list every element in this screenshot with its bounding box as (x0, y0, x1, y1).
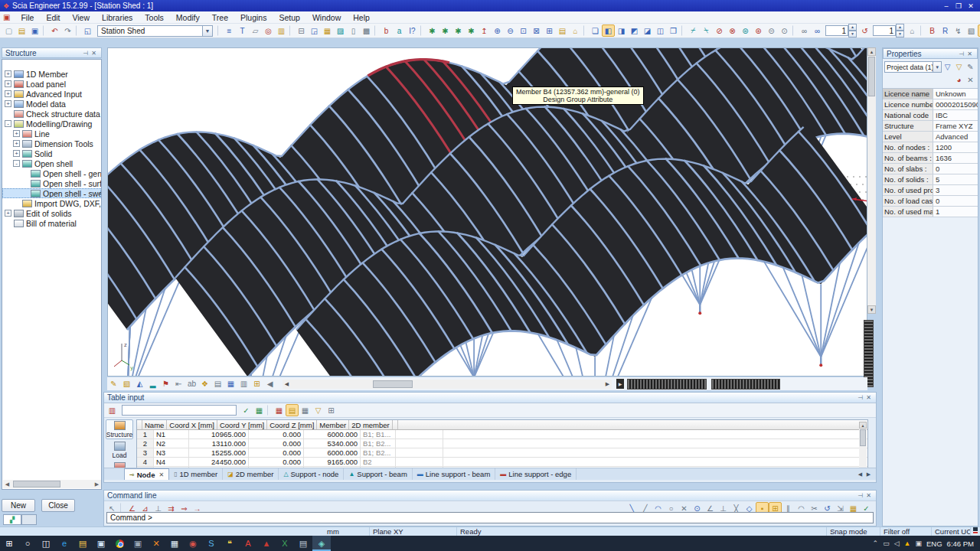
toolbar-icon[interactable]: ⌂ (569, 24, 582, 37)
property-row[interactable]: Structure Frame XYZ (883, 121, 978, 132)
toolbar-icon[interactable] (76, 25, 80, 36)
taskbar-app-icon[interactable]: ▣ (129, 536, 147, 551)
toolbar-icon[interactable]: ⍀ (700, 24, 713, 37)
scroll-right-icon[interactable]: ▶ (603, 381, 612, 387)
toolbar-icon[interactable]: ◫ (654, 24, 667, 37)
toolbar-icon[interactable]: ▤ (556, 24, 569, 37)
scroll-up-icon[interactable]: ▲ (867, 47, 876, 56)
spinner-up-icon[interactable]: ▲ (896, 24, 904, 31)
taskbar-app-icon[interactable]: ▣ (92, 536, 110, 551)
model-viewport[interactable]: zy Member B4 (12357.362 mm)-general (0) … (107, 47, 867, 377)
toolbar-icon[interactable]: ↶ (48, 24, 61, 37)
properties-header-icon[interactable]: ▽ (953, 60, 965, 73)
toolbar-icon[interactable]: ⊕ (491, 24, 504, 37)
property-row[interactable]: No. of slabs : 0 (883, 164, 978, 174)
language-indicator[interactable]: ENG (926, 540, 942, 548)
toolbar-icon[interactable]: ▢ (2, 24, 15, 37)
toolbar-icon[interactable]: R (939, 24, 952, 37)
tree-toggle-icon[interactable]: + (5, 70, 11, 77)
tree-item[interactable]: Open shell - surface (2, 178, 101, 188)
toolbar-icon[interactable]: ∞ (811, 24, 824, 37)
taskbar-app-icon[interactable]: ◈ (312, 536, 331, 551)
tree-item[interactable]: Open shell - swept (2, 188, 101, 198)
mdi-tab[interactable] (21, 514, 37, 525)
properties-action-icon[interactable]: ◕ (953, 73, 965, 86)
tree-item[interactable]: Import DWG, DXF, VRM (2, 198, 101, 208)
viewport-toolbar-icon[interactable]: ▦ (224, 378, 237, 390)
property-row[interactable]: No. of solids : 5 (883, 174, 978, 185)
tray-icon[interactable]: ▣ (916, 540, 923, 547)
toolbar-icon[interactable]: I? (406, 24, 419, 37)
tree-item[interactable]: Bill of material (2, 218, 101, 228)
spinner-up-icon[interactable]: ▲ (848, 24, 857, 31)
toolbar-icon[interactable]: ⊘ (713, 24, 726, 37)
table-tab[interactable]: △ Support - node (279, 468, 344, 480)
toolbar-icon[interactable]: ✱ (452, 24, 465, 37)
toolbar-icon[interactable]: ◨ (615, 24, 628, 37)
taskbar-app-icon[interactable]: ❝ (220, 536, 239, 551)
table-vertical-scrollbar[interactable]: ▲ (859, 422, 867, 471)
scale-spinner-1[interactable]: 1 ▲▼ (825, 24, 857, 37)
viewport-toolbar-icon[interactable]: ◭ (133, 378, 146, 390)
toolbar-icon[interactable]: ✱ (426, 24, 439, 37)
status-segment[interactable]: Ready (457, 527, 827, 536)
close-icon[interactable]: ✕ (90, 50, 98, 57)
toolbar-icon[interactable]: ⊛ (752, 24, 765, 37)
status-segment[interactable]: Current UCS (932, 527, 971, 536)
table-row[interactable]: 4 N4 24450.000 0.000 9165.000 B2 (137, 458, 867, 467)
tree-toggle-icon[interactable]: + (5, 210, 11, 217)
toolbar-icon[interactable]: T (236, 24, 249, 37)
tree-item[interactable]: Check structure data (2, 109, 101, 119)
viewport-toolbar-icon[interactable]: ⚑ (159, 378, 172, 390)
taskbar-app-icon[interactable]: ○ (18, 536, 37, 551)
toolbar-icon[interactable]: ⊞ (543, 24, 556, 37)
table-tab[interactable]: ▯ 1D member (169, 468, 223, 480)
viewport-toolbar-icon[interactable]: ⊞ (250, 378, 263, 390)
menu-item[interactable]: Libraries (96, 12, 139, 23)
table-row[interactable]: 2 N2 13110.000 0.000 5340.000 B1; B2... (137, 439, 867, 448)
tray-icon[interactable]: ⌃ (873, 540, 879, 547)
toolbar-icon[interactable]: ⊡ (517, 24, 530, 37)
table-toolbar-icon[interactable]: ▽ (312, 404, 325, 416)
table-toolbar-icon[interactable]: ▥ (106, 404, 119, 416)
toolbar-icon[interactable]: ▯ (347, 24, 360, 37)
tree-toggle-icon[interactable]: + (5, 90, 11, 97)
tree-item[interactable]: - Open shell (2, 158, 101, 168)
toolbar-icon[interactable]: ▱ (249, 24, 262, 37)
tree-toggle-icon[interactable]: - (5, 120, 11, 127)
close-icon[interactable]: ✕ (864, 492, 873, 499)
toolbar-icon[interactable]: ❏ (589, 24, 602, 37)
taskbar-app-icon[interactable]: ▤ (74, 536, 92, 551)
scroll-right-icon[interactable]: ▶ (93, 481, 101, 487)
minimize-button[interactable]: – (940, 2, 952, 10)
property-row[interactable]: Licence name Unknown (883, 89, 978, 99)
toolbar-icon[interactable] (43, 25, 47, 36)
toolbar-icon[interactable]: ⊙ (778, 24, 791, 37)
tabs-scroll-left-icon[interactable]: ◀ (856, 471, 864, 478)
toolbar-icon[interactable]: ⊝ (765, 24, 778, 37)
close-panel-button[interactable]: Close (41, 499, 75, 512)
scale-spinner-2[interactable]: 1 ▲▼ (873, 24, 904, 37)
viewport-toolbar-icon[interactable]: ❖ (198, 378, 211, 390)
clock[interactable]: 6:46 PM (947, 540, 974, 548)
spinner-down-icon[interactable]: ▼ (896, 31, 904, 37)
taskbar-app-icon[interactable]: ◫ (37, 536, 55, 551)
toolbar-icon[interactable]: ≡ (223, 24, 236, 37)
toolbar-icon[interactable]: ↺ (858, 24, 871, 37)
menu-item[interactable]: Edit (40, 12, 66, 23)
property-row[interactable]: No. of load case... 0 (883, 196, 978, 207)
spinner-value[interactable]: 1 (825, 25, 848, 36)
tree-horizontal-scrollbar[interactable]: ◀ ▶ (3, 480, 101, 488)
pin-icon[interactable]: ⊤ (958, 50, 965, 58)
properties-header-icon[interactable]: ✎ (965, 60, 976, 73)
taskbar-app-icon[interactable]: ▤ (294, 536, 312, 551)
toolbar-icon[interactable] (920, 25, 924, 36)
spinner-value[interactable]: 1 (873, 25, 896, 36)
column-header[interactable]: Coord X [mm] (167, 420, 217, 429)
viewport-toolbar-icon[interactable]: ◀ (263, 378, 276, 390)
rail-button[interactable]: Structure (106, 419, 133, 439)
taskbar-app-icon[interactable]: ▲ (257, 536, 276, 551)
toolbar-icon[interactable]: ◱ (81, 24, 94, 37)
toolbar-icon[interactable]: ↷ (61, 24, 74, 37)
chevron-down-icon[interactable]: ▼ (203, 25, 213, 37)
